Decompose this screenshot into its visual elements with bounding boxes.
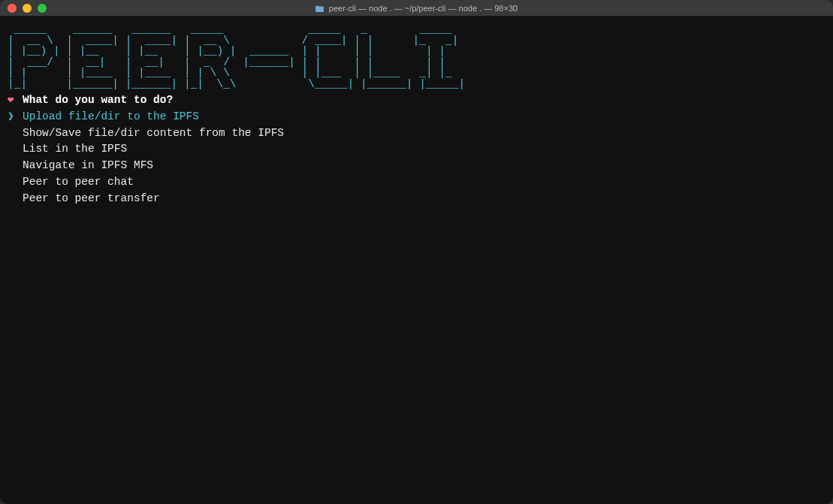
menu-item-label: List in the IPFS — [23, 141, 127, 158]
menu-item-label: Show/Save file/dir content from the IPFS — [23, 125, 284, 142]
terminal-body[interactable]: _____ ______ ______ _____ _____ _ _____ … — [0, 17, 833, 504]
menu-item-label: Upload file/dir to the IPFS — [23, 109, 199, 125]
window-title-container: peer-cli — node . — ~/p/peer-cli — node … — [0, 4, 833, 13]
ascii-logo: _____ ______ ______ _____ _____ _ _____ … — [8, 24, 825, 89]
close-button[interactable] — [8, 4, 17, 13]
menu-pointer-icon: ❯ — [8, 109, 17, 125]
menu-item-list[interactable]: List in the IPFS — [8, 141, 825, 158]
prompt-question: What do you want to do? — [23, 92, 173, 109]
prompt-line: ❤ What do you want to do? — [8, 92, 825, 109]
window-controls — [8, 4, 47, 13]
menu-item-chat[interactable]: Peer to peer chat — [8, 174, 825, 191]
maximize-button[interactable] — [38, 4, 47, 13]
menu-item-upload[interactable]: ❯ Upload file/dir to the IPFS — [8, 109, 825, 125]
window-titlebar: peer-cli — node . — ~/p/peer-cli — node … — [0, 0, 833, 17]
window-title: peer-cli — node . — ~/p/peer-cli — node … — [329, 4, 518, 13]
minimize-button[interactable] — [23, 4, 32, 13]
menu-item-show-save[interactable]: Show/Save file/dir content from the IPFS — [8, 125, 825, 142]
heart-icon: ❤ — [8, 92, 17, 109]
menu-item-transfer[interactable]: Peer to peer transfer — [8, 191, 825, 207]
menu-item-label: Navigate in IPFS MFS — [23, 158, 153, 174]
menu-item-label: Peer to peer transfer — [23, 191, 160, 207]
folder-icon — [315, 5, 324, 12]
menu-item-label: Peer to peer chat — [23, 174, 134, 191]
menu-item-navigate[interactable]: Navigate in IPFS MFS — [8, 158, 825, 174]
